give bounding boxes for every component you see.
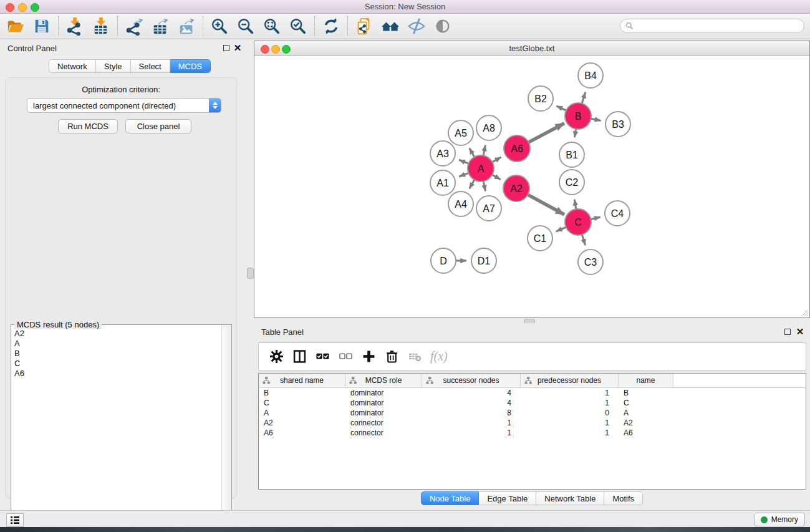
- table-row[interactable]: A2connector11A2: [259, 418, 806, 428]
- delete-column-button[interactable]: [380, 346, 403, 368]
- edge-C-C2[interactable]: [574, 200, 576, 210]
- edge-C-C1[interactable]: [556, 227, 567, 231]
- table-cell[interactable]: A2: [619, 418, 673, 427]
- table-cell[interactable]: B: [619, 389, 673, 397]
- import-table-button[interactable]: [88, 15, 114, 37]
- table-cell[interactable]: 4: [422, 399, 521, 407]
- table-cell[interactable]: 1: [521, 428, 619, 437]
- edge-A-A3[interactable]: [459, 160, 469, 163]
- edge-B-B2[interactable]: [556, 106, 567, 111]
- criterion-dropdown[interactable]: largest connected component (directed): [27, 98, 221, 113]
- edge-C-C3[interactable]: [582, 234, 586, 245]
- tab-network-table[interactable]: Network Table: [536, 491, 604, 505]
- export-table-button[interactable]: [147, 15, 173, 37]
- close-panel-icon-button[interactable]: ✕: [233, 42, 243, 54]
- result-list-item[interactable]: A6: [12, 369, 221, 379]
- edge-B-B1[interactable]: [574, 128, 576, 138]
- table-cell[interactable]: 1: [521, 389, 619, 397]
- table-cell[interactable]: A2: [259, 418, 345, 427]
- add-column-button[interactable]: [357, 346, 380, 368]
- column-header-predecessor-nodes[interactable]: predecessor nodes: [521, 374, 619, 387]
- table-cell[interactable]: A: [259, 409, 345, 417]
- tab-node-table[interactable]: Node Table: [421, 491, 480, 505]
- column-header-shared-name[interactable]: shared name: [259, 374, 345, 387]
- edge-A-A5[interactable]: [470, 148, 475, 157]
- table-cell[interactable]: C: [619, 399, 673, 407]
- edge-A-A8[interactable]: [483, 145, 486, 156]
- refresh-button[interactable]: [318, 15, 344, 37]
- select-all-button[interactable]: [311, 346, 334, 368]
- tab-network[interactable]: Network: [49, 59, 96, 73]
- mcds-result-list[interactable]: A2ABCA6: [12, 329, 221, 532]
- table-options-gear-button[interactable]: [265, 346, 288, 368]
- function-builder-button[interactable]: f(x): [430, 349, 448, 364]
- edge-B-B3[interactable]: [591, 118, 601, 120]
- run-mcds-button[interactable]: Run MCDS: [58, 119, 118, 133]
- zoom-in-button[interactable]: [206, 15, 233, 37]
- edge-A-A6[interactable]: [492, 157, 501, 162]
- edge-A-A1[interactable]: [459, 173, 469, 177]
- zoom-fit-button[interactable]: [259, 15, 285, 37]
- close-table-panel-button[interactable]: ✕: [795, 326, 805, 338]
- table-cell[interactable]: 1: [521, 418, 619, 427]
- edge-B-B4[interactable]: [582, 92, 586, 104]
- table-cell[interactable]: dominator: [345, 409, 422, 417]
- table-cell[interactable]: 1: [521, 399, 619, 407]
- vertical-splitter-handle[interactable]: [247, 268, 254, 279]
- zoom-selected-button[interactable]: [285, 15, 311, 37]
- result-list-item[interactable]: A: [12, 339, 221, 349]
- edge-C-C4[interactable]: [591, 217, 600, 220]
- save-session-button[interactable]: [29, 15, 55, 37]
- open-file-button[interactable]: [2, 15, 29, 37]
- tab-mcds[interactable]: MCDS: [170, 59, 211, 73]
- export-image-button[interactable]: [173, 15, 200, 37]
- tab-motifs[interactable]: Motifs: [604, 491, 643, 505]
- table-cell[interactable]: dominator: [345, 399, 422, 407]
- table-cell[interactable]: A6: [619, 428, 673, 437]
- table-cell[interactable]: 8: [422, 409, 521, 417]
- export-network-button[interactable]: [121, 15, 147, 37]
- table-row[interactable]: A6connector11A6: [259, 428, 806, 438]
- result-list-item[interactable]: C: [12, 359, 221, 369]
- edge-A-A4[interactable]: [470, 179, 475, 188]
- table-cell[interactable]: connector: [345, 428, 422, 437]
- float-panel-button[interactable]: [223, 45, 229, 51]
- table-row[interactable]: Cdominator41C: [259, 398, 806, 408]
- result-list-item[interactable]: A2: [12, 329, 221, 339]
- memory-button[interactable]: Memory: [754, 513, 805, 526]
- zoom-out-button[interactable]: [233, 15, 259, 37]
- table-cell[interactable]: 1: [422, 418, 521, 427]
- edge-A-A2[interactable]: [491, 175, 500, 180]
- column-header-mcds-role[interactable]: MCDS role: [345, 374, 422, 387]
- edge-A2-C[interactable]: [528, 195, 564, 215]
- table-cell[interactable]: 4: [422, 389, 521, 397]
- table-row[interactable]: Bdominator41B: [259, 388, 806, 398]
- column-selector-button[interactable]: [288, 346, 311, 368]
- search-field[interactable]: [620, 19, 804, 33]
- delete-table-button[interactable]: [403, 346, 427, 368]
- resize-grip-icon[interactable]: [801, 309, 809, 317]
- table-cell[interactable]: 0: [521, 409, 619, 417]
- tab-style[interactable]: Style: [96, 59, 131, 73]
- table-cell[interactable]: A: [619, 409, 673, 417]
- table-cell[interactable]: B: [259, 389, 345, 397]
- hide-details-button[interactable]: [403, 15, 430, 37]
- import-network-button[interactable]: [62, 15, 88, 37]
- home-view-button[interactable]: [377, 15, 403, 37]
- task-history-button[interactable]: [6, 513, 24, 527]
- float-table-panel-button[interactable]: [784, 329, 791, 335]
- table-row[interactable]: Adominator80A: [259, 408, 806, 418]
- tab-select[interactable]: Select: [131, 59, 170, 73]
- result-scrollbar[interactable]: [221, 326, 231, 532]
- network-canvas[interactable]: B4B2BB3A5A8A6A3B1AA1C2A2A4A7C4CC1C3DD1: [254, 56, 809, 317]
- column-header-name[interactable]: name: [619, 374, 673, 387]
- close-panel-button[interactable]: Close panel: [125, 119, 191, 133]
- table-cell[interactable]: dominator: [345, 389, 422, 397]
- copy-network-button[interactable]: [351, 15, 377, 37]
- edge-A-A7[interactable]: [483, 181, 485, 191]
- table-cell[interactable]: connector: [345, 418, 422, 427]
- tab-edge-table[interactable]: Edge Table: [479, 491, 536, 505]
- column-header-successor-nodes[interactable]: successor nodes: [422, 374, 521, 387]
- result-list-item[interactable]: B: [12, 349, 221, 359]
- deselect-all-button[interactable]: [334, 346, 357, 368]
